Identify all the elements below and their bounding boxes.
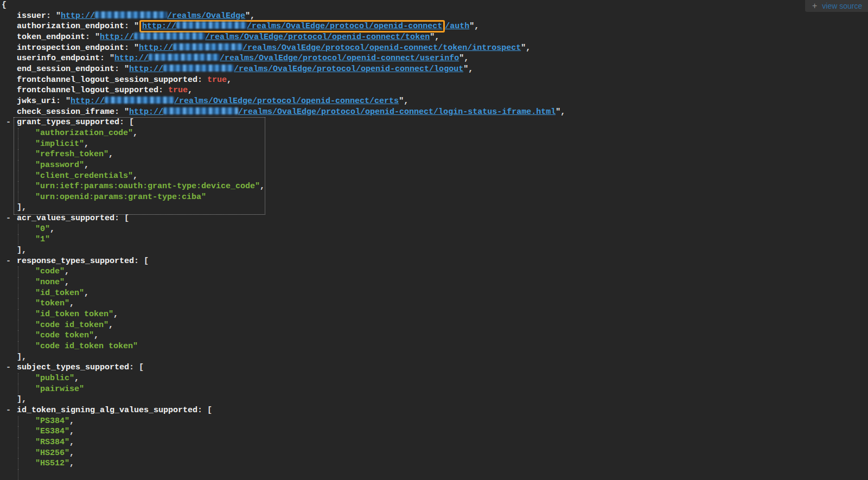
json-line: "0", xyxy=(0,224,868,235)
string-value: "id_token token" xyxy=(35,310,113,319)
json-line: { xyxy=(0,0,868,11)
json-line: -response_types_supported: [ xyxy=(0,256,868,267)
punctuation: , xyxy=(69,299,74,308)
indent-guide-line xyxy=(18,160,18,171)
json-line: check_session_iframe: "http:///realms/Ov… xyxy=(0,107,868,118)
json-line: ], xyxy=(0,202,868,213)
json-line: -acr_values_supported: [ xyxy=(0,213,868,224)
punctuation: , xyxy=(113,310,118,319)
punctuation: , xyxy=(69,449,74,458)
redacted-host xyxy=(163,107,238,114)
indent-guide-line xyxy=(18,416,18,427)
punctuation: : xyxy=(197,75,207,85)
json-key: authorization_endpoint xyxy=(17,22,124,31)
json-line: authorization_endpoint: "http:///realms/… xyxy=(0,21,868,32)
endpoint-link[interactable]: http:///realms/OvalEdge/protocol/openid-… xyxy=(129,65,463,74)
collapse-toggle-icon[interactable]: - xyxy=(6,213,11,224)
collapse-toggle-icon[interactable]: - xyxy=(6,405,11,416)
json-line: "code", xyxy=(0,266,868,277)
string-value: "code id_token token" xyxy=(35,342,138,351)
json-line: "ES384", xyxy=(0,426,868,437)
punctuation: ", xyxy=(463,65,473,74)
punctuation: , xyxy=(133,171,138,181)
endpoint-link[interactable]: http:///realms/OvalEdge/protocol/openid-… xyxy=(71,97,399,106)
url-scheme: http:// xyxy=(142,22,176,31)
json-line: "client_credentials", xyxy=(0,171,868,182)
punctuation: : " xyxy=(46,11,61,21)
string-value: "0" xyxy=(35,225,50,234)
string-value: "pairwise" xyxy=(35,385,84,394)
json-line: frontchannel_logout_supported: true, xyxy=(0,85,868,96)
collapse-toggle-icon[interactable]: - xyxy=(6,362,11,373)
url-scheme: http:// xyxy=(129,65,163,74)
indent-guide-line xyxy=(18,469,18,480)
url-path: /realms/OvalEdge/protocol/openid-connect… xyxy=(242,43,521,53)
json-line: -subject_types_supported: [ xyxy=(0,362,868,373)
punctuation: , xyxy=(84,139,89,149)
json-line: ], xyxy=(0,352,868,363)
view-source-button[interactable]: + view source xyxy=(805,0,868,12)
string-value: "implicit" xyxy=(35,139,84,149)
json-line: "token", xyxy=(0,298,868,309)
string-value: "authorization_code" xyxy=(35,129,133,138)
url-path-suffix: /auth xyxy=(445,22,469,31)
json-key: token_endpoint xyxy=(17,33,85,42)
endpoint-link[interactable]: http:///realms/OvalEdge/protocol/openid-… xyxy=(139,22,469,31)
json-line: "implicit", xyxy=(0,139,868,150)
punctuation: ", xyxy=(399,97,409,106)
json-key: frontchannel_logout_session_supported xyxy=(17,75,197,85)
collapse-toggle-icon[interactable]: - xyxy=(6,256,11,267)
json-line: "refresh_token", xyxy=(0,149,868,160)
string-value: "refresh_token" xyxy=(35,150,108,159)
json-line: "urn:ietf:params:oauth:grant-type:device… xyxy=(0,181,868,192)
redacted-host xyxy=(149,54,220,61)
punctuation: : [ xyxy=(119,118,134,127)
json-key: issuer xyxy=(17,11,46,21)
json-line: "public", xyxy=(0,373,868,384)
collapse-toggle-icon[interactable]: - xyxy=(6,117,11,128)
json-key: frontchannel_logout_supported xyxy=(17,86,158,95)
plus-icon: + xyxy=(812,1,817,11)
redacted-host xyxy=(105,97,174,104)
string-value: "urn:ietf:params:oauth:grant-type:device… xyxy=(35,182,260,191)
open-brace: { xyxy=(2,1,7,10)
url-scheme: http:// xyxy=(139,43,173,53)
json-key: response_types_supported xyxy=(17,257,134,266)
endpoint-link[interactable]: http:///realms/OvalEdge/protocol/openid-… xyxy=(129,107,556,117)
indent-guide-line xyxy=(18,330,18,341)
json-key: jwks_uri xyxy=(17,97,56,106)
punctuation: : " xyxy=(85,33,100,42)
json-tree: {issuer: "http:///realms/OvalEdge",autho… xyxy=(0,0,868,480)
endpoint-link[interactable]: http:///realms/OvalEdge/protocol/openid-… xyxy=(139,43,521,53)
endpoint-link[interactable]: http:///realms/OvalEdge xyxy=(61,11,245,21)
redacted-host xyxy=(176,22,247,29)
json-line: "1" xyxy=(0,234,868,245)
json-line xyxy=(0,469,868,480)
punctuation: , xyxy=(108,321,113,330)
indent-guide-line xyxy=(18,139,18,150)
punctuation: , xyxy=(188,86,193,95)
json-key: grant_types_supported xyxy=(17,118,119,127)
string-value: "token" xyxy=(35,299,69,308)
json-line: ], xyxy=(0,245,868,256)
punctuation: : " xyxy=(114,107,129,117)
indent-guide-line xyxy=(18,224,18,235)
url-path: /realms/OvalEdge/protocol/openid-connect… xyxy=(174,97,399,106)
json-key: check_session_iframe xyxy=(17,107,114,117)
json-key: end_session_endpoint xyxy=(17,65,114,74)
close-bracket: ], xyxy=(17,353,27,362)
punctuation: : " xyxy=(124,22,139,31)
json-line: "none", xyxy=(0,277,868,288)
indent-guide-line xyxy=(18,288,18,299)
endpoint-link[interactable]: http:///realms/OvalEdge/protocol/openid-… xyxy=(100,33,430,42)
punctuation: : [ xyxy=(114,214,129,223)
indent-guide-line xyxy=(18,149,18,160)
json-line: "pairwise" xyxy=(0,384,868,395)
json-line: -id_token_signing_alg_values_supported: … xyxy=(0,405,868,416)
endpoint-link[interactable]: http:///realms/OvalEdge/protocol/openid-… xyxy=(114,54,459,63)
view-source-label: view source xyxy=(822,2,862,10)
indent-guide-line xyxy=(18,373,18,384)
punctuation: , xyxy=(133,129,138,138)
json-line: "code id_token", xyxy=(0,320,868,331)
json-line: "code token", xyxy=(0,330,868,341)
